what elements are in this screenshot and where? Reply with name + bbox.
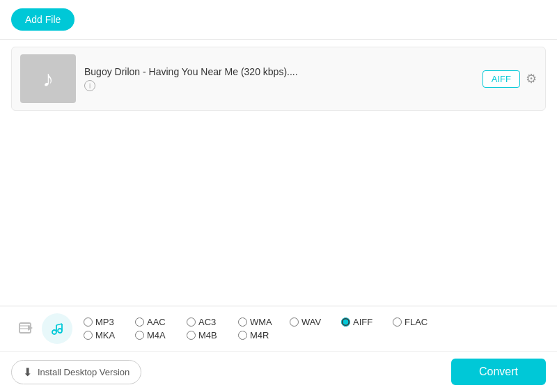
format-label-wma: WMA xyxy=(250,317,272,327)
top-bar: Add File xyxy=(0,0,557,40)
format-radio-m4b[interactable] xyxy=(187,331,196,340)
format-label-m4b: M4B xyxy=(198,330,217,340)
file-list-area: ♪ Bugoy Drilon - Having You Near Me (320… xyxy=(0,40,557,306)
format-radio-wma[interactable] xyxy=(238,317,247,327)
format-option-aac[interactable]: AAC xyxy=(135,317,184,327)
format-option-mp3[interactable]: MP3 xyxy=(84,317,132,327)
file-name: Bugoy Drilon - Having You Near Me (320 k… xyxy=(84,66,474,77)
audio-tab[interactable] xyxy=(42,313,72,344)
add-file-button[interactable]: Add File xyxy=(11,8,74,31)
file-thumbnail: ♪ xyxy=(20,54,76,103)
format-label-m4r: M4R xyxy=(250,330,269,340)
format-radio-m4a[interactable] xyxy=(135,331,144,340)
format-options-container: MP3 AAC AC3 WMA WAV xyxy=(84,317,546,340)
format-label-mka: MKA xyxy=(95,330,115,340)
info-icon[interactable]: i xyxy=(84,80,95,91)
bottom-actions: ⬇ Install Desktop Version Convert xyxy=(0,352,557,392)
format-tabs xyxy=(11,313,72,344)
format-label-flac: FLAC xyxy=(405,317,427,327)
audio-tab-icon xyxy=(49,320,65,337)
format-radio-flac[interactable] xyxy=(393,317,402,327)
svg-point-4 xyxy=(52,330,56,334)
file-actions: AIFF ⚙ xyxy=(483,70,537,88)
format-label-aac: AAC xyxy=(147,317,166,327)
install-label: Install Desktop Version xyxy=(38,367,130,377)
format-radio-aac[interactable] xyxy=(135,317,144,327)
video-tab-icon xyxy=(18,320,35,337)
format-label-aiff: AIFF xyxy=(353,317,372,327)
download-icon: ⬇ xyxy=(23,366,32,379)
format-badge[interactable]: AIFF xyxy=(483,70,520,88)
format-selector: MP3 AAC AC3 WMA WAV xyxy=(0,306,557,352)
video-tab[interactable] xyxy=(11,313,42,344)
format-radio-wav[interactable] xyxy=(290,317,299,327)
format-radio-ac3[interactable] xyxy=(187,317,196,327)
format-option-ac3[interactable]: AC3 xyxy=(187,317,235,327)
format-radio-mp3[interactable] xyxy=(84,317,93,327)
svg-line-8 xyxy=(56,324,62,325)
format-row-1: MP3 AAC AC3 WMA WAV xyxy=(84,317,546,327)
install-button[interactable]: ⬇ Install Desktop Version xyxy=(11,360,141,384)
format-label-m4a: M4A xyxy=(147,330,166,340)
format-option-wav[interactable]: WAV xyxy=(290,317,338,327)
format-option-aiff[interactable]: AIFF xyxy=(341,317,390,327)
music-icon: ♪ xyxy=(42,66,54,92)
bottom-panel: MP3 AAC AC3 WMA WAV xyxy=(0,306,557,392)
format-label-wav: WAV xyxy=(301,317,321,327)
format-option-wma[interactable]: WMA xyxy=(238,317,287,327)
format-radio-aiff[interactable] xyxy=(341,317,350,327)
format-option-mka[interactable]: MKA xyxy=(84,330,132,340)
format-option-m4r[interactable]: M4R xyxy=(238,330,287,340)
format-radio-mka[interactable] xyxy=(84,331,93,340)
convert-button[interactable]: Convert xyxy=(451,359,546,385)
format-radio-m4r[interactable] xyxy=(238,331,247,340)
format-label-ac3: AC3 xyxy=(198,317,216,327)
file-info: Bugoy Drilon - Having You Near Me (320 k… xyxy=(84,66,474,91)
format-row-2: MKA M4A M4B M4R xyxy=(84,330,546,340)
format-option-m4b[interactable]: M4B xyxy=(187,330,235,340)
settings-button[interactable]: ⚙ xyxy=(526,71,537,86)
svg-point-5 xyxy=(58,329,62,333)
format-label-mp3: MP3 xyxy=(95,317,114,327)
file-item: ♪ Bugoy Drilon - Having You Near Me (320… xyxy=(11,47,546,111)
format-option-flac[interactable]: FLAC xyxy=(393,317,441,327)
format-option-m4a[interactable]: M4A xyxy=(135,330,184,340)
